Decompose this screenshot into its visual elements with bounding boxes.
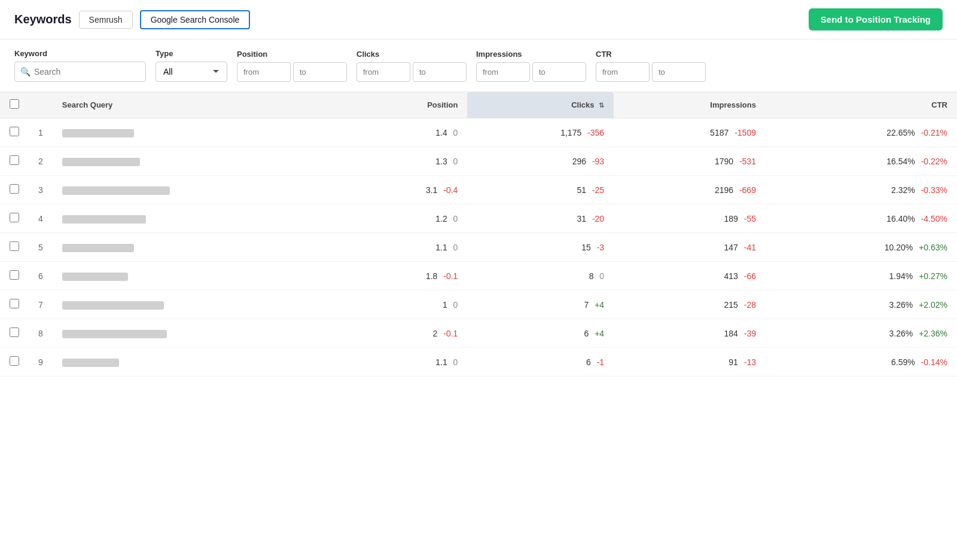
row-checkbox[interactable] <box>10 155 19 165</box>
ctr-delta: -0.33% <box>921 185 947 195</box>
ctr-delta: -4.50% <box>921 214 947 224</box>
tab-semrush[interactable]: Semrush <box>79 11 133 29</box>
ctr-value: 1.94% <box>889 271 913 281</box>
row-search-query <box>53 118 348 147</box>
row-checkbox-cell[interactable] <box>0 233 29 262</box>
row-position: 1.1 0 <box>348 348 467 377</box>
impressions-value: 215 <box>724 300 737 310</box>
ctr-range <box>596 62 706 82</box>
row-checkbox[interactable] <box>10 328 19 337</box>
row-checkbox-cell[interactable] <box>0 147 29 176</box>
ctr-value: 3.26% <box>889 329 913 338</box>
ctr-from-input[interactable] <box>596 62 650 82</box>
row-search-query <box>53 176 348 204</box>
search-input-wrapper: 🔍 <box>14 62 146 82</box>
impressions-from-input[interactable] <box>476 62 530 82</box>
row-position: 1.8 -0.1 <box>348 262 467 290</box>
tab-gsc[interactable]: Google Search Console <box>140 10 251 29</box>
ctr-delta: +0.63% <box>919 243 947 252</box>
row-clicks: 15 -3 <box>467 233 614 262</box>
clicks-value: 8 <box>589 271 594 281</box>
clicks-value: 296 <box>572 157 586 166</box>
row-checkbox-cell[interactable] <box>0 290 29 319</box>
position-to-input[interactable] <box>293 62 347 82</box>
select-all-checkbox[interactable] <box>10 99 19 109</box>
row-clicks: 7 +4 <box>467 290 614 319</box>
clicks-value: 1,175 <box>560 128 581 137</box>
row-ctr: 16.54% -0.22% <box>766 147 957 176</box>
row-checkbox[interactable] <box>10 299 19 308</box>
row-search-query <box>53 233 348 262</box>
ctr-value: 10.20% <box>885 243 913 252</box>
position-delta: 0 <box>453 243 458 252</box>
ctr-to-input[interactable] <box>652 62 706 82</box>
row-checkbox-cell[interactable] <box>0 348 29 377</box>
row-ctr: 2.32% -0.33% <box>766 176 957 204</box>
impressions-value: 147 <box>724 243 737 252</box>
clicks-sort-icon: ⇅ <box>599 102 604 109</box>
clicks-delta: -3 <box>597 243 604 252</box>
blurred-query <box>62 186 170 195</box>
clicks-from-input[interactable] <box>356 62 410 82</box>
row-checkbox[interactable] <box>10 127 19 136</box>
impressions-value: 5187 <box>710 128 729 137</box>
impressions-value: 413 <box>724 271 737 281</box>
row-checkbox-cell[interactable] <box>0 176 29 204</box>
header-num <box>29 92 53 118</box>
row-checkbox[interactable] <box>10 213 19 222</box>
table-row: 7 1 0 7 +4 215 -28 3.26% +2.02% <box>0 290 957 319</box>
impressions-value: 189 <box>724 214 737 224</box>
ctr-delta: +2.02% <box>919 300 947 310</box>
search-input[interactable] <box>14 62 146 82</box>
clicks-to-input[interactable] <box>413 62 467 82</box>
header-ctr: CTR <box>766 92 957 118</box>
blurred-query <box>62 158 140 166</box>
keyword-filter-group: Keyword 🔍 <box>14 49 146 82</box>
ctr-delta: -0.22% <box>921 157 947 166</box>
impressions-to-input[interactable] <box>532 62 586 82</box>
row-checkbox[interactable] <box>10 184 19 194</box>
blurred-query <box>62 359 119 367</box>
table-row: 5 1.1 0 15 -3 147 -41 10.20% +0.63% <box>0 233 957 262</box>
ctr-filter-label: CTR <box>596 50 706 59</box>
table-header-row: Search Query Position Clicks ⇅ Impressio… <box>0 92 957 118</box>
row-checkbox-cell[interactable] <box>0 319 29 348</box>
row-impressions: 184 -39 <box>614 319 766 348</box>
position-value: 1.2 <box>435 214 447 224</box>
row-number: 9 <box>29 348 53 377</box>
keyword-filter-label: Keyword <box>14 49 146 58</box>
ctr-value: 2.32% <box>891 185 915 195</box>
clicks-value: 6 <box>586 357 591 367</box>
impressions-delta: -531 <box>739 157 756 166</box>
row-checkbox-cell[interactable] <box>0 118 29 147</box>
ctr-delta: -0.14% <box>921 357 947 367</box>
clicks-delta: -20 <box>592 214 604 224</box>
position-delta: 0 <box>453 300 458 310</box>
row-checkbox-cell[interactable] <box>0 262 29 290</box>
position-filter-group: Position <box>237 50 347 82</box>
position-value: 1.3 <box>435 157 447 166</box>
row-impressions: 1790 -531 <box>614 147 766 176</box>
table-row: 4 1.2 0 31 -20 189 -55 16.40% -4.50% <box>0 204 957 233</box>
row-clicks: 51 -25 <box>467 176 614 204</box>
clicks-value: 7 <box>584 300 589 310</box>
header-checkbox-cell[interactable] <box>0 92 29 118</box>
row-checkbox[interactable] <box>10 241 19 251</box>
row-checkbox-cell[interactable] <box>0 204 29 233</box>
type-select[interactable]: All Organic Paid <box>156 62 227 82</box>
send-to-position-tracking-button[interactable]: Send to Position Tracking <box>809 8 943 30</box>
impressions-range <box>476 62 586 82</box>
row-number: 7 <box>29 290 53 319</box>
row-search-query <box>53 290 348 319</box>
position-value: 2 <box>433 329 438 338</box>
blurred-query <box>62 215 146 224</box>
header-clicks[interactable]: Clicks ⇅ <box>467 92 614 118</box>
clicks-value: 51 <box>577 185 586 195</box>
position-from-input[interactable] <box>237 62 291 82</box>
row-checkbox[interactable] <box>10 270 19 280</box>
row-checkbox[interactable] <box>10 356 19 366</box>
clicks-value: 6 <box>584 329 589 338</box>
impressions-delta: -669 <box>739 185 756 195</box>
row-position: 1.1 0 <box>348 233 467 262</box>
row-impressions: 413 -66 <box>614 262 766 290</box>
